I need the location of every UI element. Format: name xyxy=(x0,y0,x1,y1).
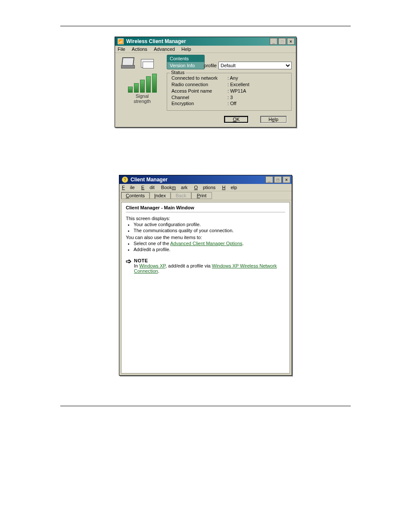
windows-xp-link[interactable]: Windows XP xyxy=(139,263,165,268)
signal-label-2: strength xyxy=(134,99,151,104)
help-content-pane: Client Manager - Main Window This screen… xyxy=(121,202,290,373)
menu-help[interactable]: Help xyxy=(222,185,237,190)
status-value-encryption: : Off xyxy=(227,100,266,107)
right-pane: Contents Version Info profile Default St… xyxy=(165,55,292,111)
menu-advanced[interactable]: Advanced xyxy=(154,47,175,52)
status-value-radio: : Excellent xyxy=(227,81,266,88)
status-groupbox: Status Connected to network : Any Radio … xyxy=(167,73,292,111)
note-text: In Windows XP, add/edit a profile via Wi… xyxy=(134,263,285,274)
status-label-radio: Radio connection xyxy=(171,81,227,88)
toolbar-back-button: Back xyxy=(171,192,191,199)
divider xyxy=(126,212,285,212)
toolbar-print-button[interactable]: Print xyxy=(191,192,212,199)
maximize-button: □ xyxy=(278,38,286,45)
status-label-ap: Access Point name xyxy=(171,88,227,94)
client-manager-help-window: ? Client Manager _ □ × File Edit Bookmar… xyxy=(119,175,292,376)
laptop-icon xyxy=(121,57,135,68)
toolbar-contents-button[interactable]: Contents xyxy=(121,192,149,199)
status-value-channel: : 3 xyxy=(227,94,266,101)
tab-contents[interactable]: Contents xyxy=(167,55,205,62)
profile-label: profile xyxy=(204,63,217,68)
signal-bars-icon xyxy=(119,75,165,93)
list-item: Your active configuration profile. xyxy=(134,222,285,227)
advanced-options-link[interactable]: Advanced Client Manager Options xyxy=(170,241,243,246)
top-rule xyxy=(60,26,351,26)
toolbar-index-button[interactable]: Index xyxy=(149,192,171,199)
list-item: Add/edit a profile. xyxy=(134,247,285,252)
titlebar: 📶 Wireless Client Manager _ □ × xyxy=(115,37,296,46)
help-topic-heading: Client Manager - Main Window xyxy=(126,205,285,210)
folder-icon xyxy=(141,58,153,68)
wireless-client-manager-window: 📶 Wireless Client Manager _ □ × File Act… xyxy=(115,37,296,128)
ok-button[interactable]: OK xyxy=(224,116,248,123)
help-intro-text: This screen displays: xyxy=(126,216,285,221)
bottom-rule xyxy=(60,406,351,406)
status-value-network: : Any xyxy=(227,75,266,81)
menu-bar: File Edit Bookmark Options Help xyxy=(119,184,292,191)
signal-label-1: Signal xyxy=(136,93,149,99)
minimize-button[interactable]: _ xyxy=(270,38,277,45)
profile-select[interactable]: Default xyxy=(218,62,292,69)
help-intro2-text: You can also use the menu items to: xyxy=(126,235,285,240)
list-item: The communications quality of your conne… xyxy=(134,228,285,233)
help-app-icon: ? xyxy=(122,177,128,183)
status-legend: Status xyxy=(170,70,186,75)
status-label-network: Connected to network xyxy=(171,75,227,81)
help-button[interactable]: Help xyxy=(260,116,286,123)
menu-options[interactable]: Options xyxy=(194,185,215,190)
menu-edit[interactable]: Edit xyxy=(141,185,155,190)
tab-version-info[interactable]: Version Info xyxy=(167,62,205,69)
close-button[interactable]: × xyxy=(287,38,295,45)
titlebar: ? Client Manager _ □ × xyxy=(119,175,292,184)
close-button[interactable]: × xyxy=(283,176,290,183)
status-label-channel: Channel xyxy=(171,94,227,101)
window-title: Client Manager xyxy=(131,177,168,183)
note-block: ➩ NOTE In Windows XP, add/edit a profile… xyxy=(126,258,285,274)
menu-help[interactable]: Help xyxy=(181,47,191,52)
menu-file[interactable]: File xyxy=(118,47,125,52)
status-label-encryption: Encryption xyxy=(171,100,227,107)
note-title: NOTE xyxy=(134,258,285,263)
menu-actions[interactable]: Actions xyxy=(132,47,147,52)
maximize-button[interactable]: □ xyxy=(274,176,282,183)
window-title: Wireless Client Manager xyxy=(126,38,186,44)
signal-strength-indicator: Signal strength xyxy=(119,75,165,104)
help-toolbar: Contents Index Back Print xyxy=(119,191,292,200)
minimize-button[interactable]: _ xyxy=(265,176,273,183)
app-icon: 📶 xyxy=(118,38,124,44)
menu-bar: File Actions Advanced Help xyxy=(115,46,296,53)
menu-file[interactable]: File xyxy=(122,185,135,190)
left-pane: Signal strength xyxy=(119,55,165,111)
status-value-ap: : WP11A xyxy=(227,88,266,94)
note-arrow-icon: ➩ xyxy=(126,258,131,265)
list-item: Select one of the Advanced Client Manage… xyxy=(134,241,285,246)
menu-bookmark[interactable]: Bookmark xyxy=(161,185,188,190)
